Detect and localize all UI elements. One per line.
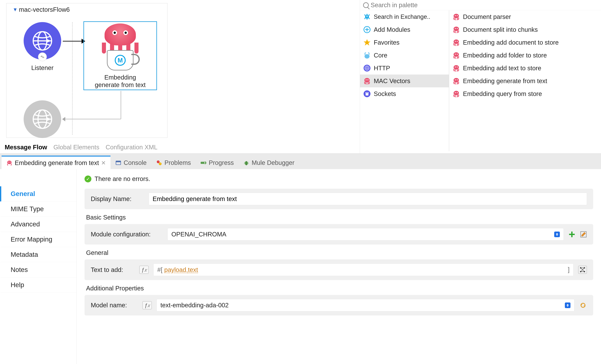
octopus-icon: [452, 64, 460, 72]
sidebar-advanced[interactable]: Advanced: [0, 217, 77, 232]
flow-container: ▼ mac-vectorsFlow6: [6, 3, 168, 138]
tab-label: Mule Debugger: [252, 159, 295, 166]
octopus-icon: [363, 77, 371, 85]
sidebar-mime-type[interactable]: MIME Type: [0, 202, 77, 217]
sidebar-help[interactable]: Help: [0, 277, 77, 293]
op-embedding-add-doc[interactable]: Embedding add document to store: [449, 36, 601, 49]
model-name-select[interactable]: text-embedding-ada-002: [157, 299, 574, 311]
tab-embedding-properties[interactable]: Embedding generate from text ✕: [1, 156, 110, 169]
close-icon[interactable]: ✕: [101, 160, 106, 166]
palette-search-input[interactable]: [371, 1, 598, 9]
error-connector-horizontal: [64, 119, 121, 119]
svg-point-44: [10, 162, 10, 162]
svg-point-35: [457, 67, 458, 68]
op-label: Embedding query from store: [463, 90, 542, 97]
svg-point-41: [457, 92, 458, 93]
star-icon: [363, 39, 371, 46]
svg-point-42: [7, 161, 11, 164]
op-embedding-add-folder[interactable]: Embedding add folder to store: [449, 49, 601, 62]
flow-divider: [72, 22, 73, 135]
palette-core[interactable]: Core: [360, 49, 449, 62]
svg-point-23: [457, 15, 458, 16]
svg-point-34: [455, 67, 456, 68]
globe-icon: [31, 30, 53, 52]
svg-point-33: [454, 65, 459, 70]
octopus-icon: [6, 160, 12, 166]
expr-prefix: #[: [157, 266, 164, 273]
tab-console[interactable]: Console: [110, 156, 151, 169]
flow-collapse-icon[interactable]: ▼: [13, 7, 18, 12]
svg-point-39: [454, 91, 459, 95]
exchange-icon: [363, 13, 371, 21]
op-document-split[interactable]: Document split into chunks: [449, 23, 601, 36]
edit-config-button[interactable]: [580, 231, 587, 238]
text-to-add-input[interactable]: #[ payload.text ]: [153, 263, 573, 276]
listener-circle-icon: [24, 22, 61, 60]
palette-item-label: HTTP: [374, 65, 390, 72]
op-embedding-generate[interactable]: Embedding generate from text: [449, 74, 601, 87]
palette-item-label: Core: [374, 52, 387, 59]
svg-point-25: [455, 28, 456, 29]
op-embedding-query[interactable]: Embedding query from store: [449, 87, 601, 100]
palette-search[interactable]: [360, 0, 601, 10]
model-name-row: Model name: ƒ𝑥 text-embedding-ada-002: [84, 295, 593, 315]
sidebar-error-mapping[interactable]: Error Mapping: [0, 232, 77, 247]
text-to-add-row: Text to add: ƒ𝑥 #[ payload.text ]: [84, 259, 593, 280]
tab-mule-debugger[interactable]: Mule Debugger: [239, 156, 299, 169]
flow-title: mac-vectorsFlow6: [19, 6, 70, 13]
embedding-label-line2: generate from text: [95, 81, 146, 89]
palette-item-label: Add Modules: [374, 26, 410, 33]
module-config-select[interactable]: OPENAI_CHROMA: [168, 228, 564, 241]
add-config-button[interactable]: [569, 231, 575, 238]
op-label: Embedding generate from text: [463, 78, 547, 85]
palette-mac-vectors[interactable]: MAC Vectors: [360, 74, 449, 87]
palette-search-exchange[interactable]: Search in Exchange..: [360, 10, 449, 23]
palette-favorites[interactable]: Favorites: [360, 36, 449, 49]
refresh-button[interactable]: [579, 301, 587, 309]
palette-sockets[interactable]: Sockets: [360, 87, 449, 100]
svg-point-37: [455, 79, 456, 80]
palette-item-label: Sockets: [374, 90, 396, 97]
palette-add-modules[interactable]: Add Modules: [360, 23, 449, 36]
dataweave-map-button[interactable]: [578, 266, 587, 274]
sidebar-metadata[interactable]: Metadata: [0, 247, 77, 262]
listener-badge-icon: [38, 52, 47, 61]
svg-point-28: [455, 41, 456, 42]
tab-global-elements[interactable]: Global Elements: [53, 144, 99, 151]
embedding-label-line1: Embedding: [95, 74, 146, 81]
flow-canvas[interactable]: ▼ mac-vectorsFlow6: [0, 0, 360, 153]
listener-node[interactable]: Listener: [22, 22, 63, 71]
search-icon: [363, 2, 369, 8]
svg-point-24: [454, 27, 459, 31]
op-label: Document parser: [463, 13, 511, 20]
fx-toggle-button[interactable]: ƒ𝑥: [139, 266, 149, 274]
tab-progress[interactable]: Progress: [196, 156, 239, 169]
tab-configuration-xml[interactable]: Configuration XML: [106, 144, 158, 151]
tab-label: Embedding generate from text: [15, 159, 99, 166]
svg-point-29: [457, 41, 458, 42]
globe-ghost-icon: [31, 108, 53, 130]
op-embedding-add-text[interactable]: Embedding add text to store: [449, 62, 601, 74]
op-label: Embedding add text to store: [463, 65, 541, 72]
embedding-node[interactable]: M Embedding generate from text: [83, 21, 157, 90]
tab-message-flow[interactable]: Message Flow: [5, 144, 47, 151]
fx-toggle-button[interactable]: ƒ𝑥: [142, 301, 152, 309]
op-label: Embedding add document to store: [463, 39, 559, 46]
sidebar-general[interactable]: General: [0, 186, 77, 202]
svg-point-16: [368, 79, 368, 80]
sidebar-notes[interactable]: Notes: [0, 262, 77, 277]
tab-problems[interactable]: !! Problems: [151, 156, 196, 169]
svg-rect-60: [569, 234, 575, 235]
octopus-icon: [452, 77, 460, 85]
additional-props-title: Additional Properties: [86, 285, 593, 292]
op-document-parser[interactable]: Document parser: [449, 10, 601, 23]
tab-label: Console: [124, 159, 147, 166]
mug-icon: M: [107, 50, 133, 71]
module-config-label: Module configuration:: [91, 231, 163, 238]
svg-point-40: [455, 92, 456, 93]
display-name-input[interactable]: [149, 193, 587, 205]
svg-point-31: [455, 54, 456, 55]
svg-rect-46: [116, 161, 121, 162]
error-handler-node[interactable]: [22, 100, 63, 138]
palette-http[interactable]: HTTP: [360, 62, 449, 74]
